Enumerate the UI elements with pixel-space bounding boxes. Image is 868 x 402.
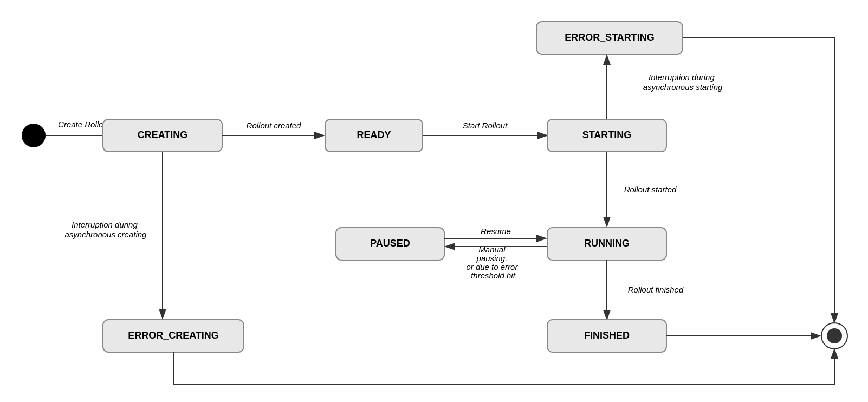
label-manual-pausing: Manual pausing, or due to error threshol…	[466, 245, 520, 280]
label-resume: Resume	[481, 226, 511, 236]
label-rollout-finished: Rollout finished	[628, 285, 684, 294]
label-error-starting: ERROR_STARTING	[565, 32, 655, 43]
label-paused: PAUSED	[370, 238, 410, 249]
label-error-creating: ERROR_CREATING	[128, 330, 219, 341]
initial-state	[22, 124, 46, 147]
label-creating: CREATING	[138, 129, 188, 140]
label-interruption-creating: Interruption during asynchronous creatin…	[65, 220, 147, 239]
label-starting: STARTING	[582, 129, 632, 140]
label-interruption-starting: Interruption during asynchronous startin…	[643, 73, 723, 92]
label-finished: FINISHED	[584, 330, 630, 341]
label-rollout-started: Rollout started	[624, 185, 677, 194]
label-rollout-created: Rollout created	[247, 121, 302, 130]
final-state-inner	[827, 328, 842, 343]
label-start-rollout: Start Rollout	[463, 121, 508, 130]
arrow-error-creating-final	[173, 349, 834, 385]
label-running: RUNNING	[584, 238, 630, 249]
diagram-container: Create Rollout CREATING Rollout created …	[0, 0, 868, 402]
label-ready: READY	[357, 129, 391, 140]
